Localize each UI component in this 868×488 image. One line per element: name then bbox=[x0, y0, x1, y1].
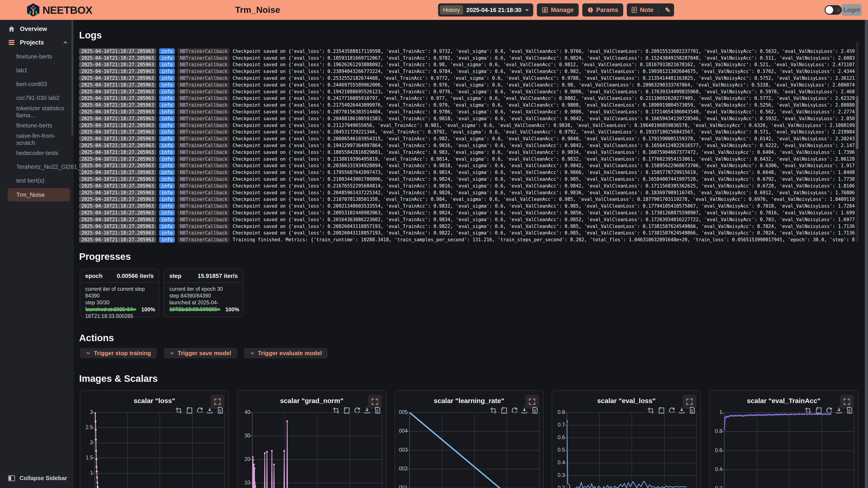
sidebar-item-overview[interactable]: Overview bbox=[0, 23, 74, 35]
log-level-badge: info bbox=[159, 210, 175, 216]
chevron-down-icon bbox=[86, 351, 91, 356]
progress-rate: 15.91857 iter/s bbox=[197, 272, 238, 280]
sidebar-project-item[interactable]: bert-conll03 bbox=[0, 77, 74, 91]
gridline bbox=[696, 412, 697, 488]
sidebar-project-item[interactable]: lab1 bbox=[0, 64, 74, 77]
log-message: Checkpoint saved on {'eval_loss': 0.2092… bbox=[232, 203, 855, 209]
trigger-save-model-button[interactable]: Trigger save model bbox=[164, 348, 237, 358]
images-scalars-heading: Images & Scalars bbox=[79, 373, 158, 384]
log-tag-badge: NBTrainerCallback bbox=[178, 176, 230, 182]
log-row: 2025-04-16T21:18:27.205963infoNBTrainerC… bbox=[79, 88, 855, 95]
log-message: Checkpoint saved on {'eval_loss': 0.2532… bbox=[232, 75, 855, 81]
chart-plot-area[interactable]: 10.80.60.40.2 bbox=[724, 412, 854, 488]
chart-plot-area[interactable]: 005004003002001 bbox=[409, 412, 539, 488]
y-axis-tick-label: 40 bbox=[237, 409, 250, 415]
sidebar-project-item[interactable]: finetune-berts bbox=[0, 119, 74, 132]
history-badge: History bbox=[440, 5, 463, 15]
log-timestamp-badge: 2025-04-16T21:18:27.205963 bbox=[79, 95, 156, 101]
log-tag-badge: NBTrainerCallback bbox=[178, 48, 230, 54]
manage-button[interactable]: Manage bbox=[537, 3, 579, 17]
log-timestamp-badge: 2025-04-16T21:18:27.205963 bbox=[79, 102, 156, 108]
log-message: Checkpoint saved on {'eval_loss': 0.1942… bbox=[232, 89, 855, 94]
log-level-badge: info bbox=[159, 75, 175, 81]
sidebar-scrollbar[interactable] bbox=[71, 20, 73, 135]
edit-note-button[interactable]: ✎ bbox=[661, 3, 674, 17]
log-scrollbar-thumb[interactable] bbox=[856, 96, 859, 149]
collapse-sidebar-button[interactable]: Collapse Sidebar bbox=[8, 475, 67, 482]
progress-name: epoch bbox=[85, 272, 103, 280]
sidebar-project-item[interactable]: finetune-berts bbox=[0, 50, 74, 64]
log-level-badge: info bbox=[159, 196, 175, 202]
log-message: Checkpoint saved on {'eval_loss': 0.2112… bbox=[232, 123, 855, 128]
log-row: 2025-04-16T21:18:27.205963infoNBTrainerC… bbox=[79, 115, 855, 122]
log-message: Checkpoint saved on {'eval_loss': 0.2016… bbox=[232, 217, 855, 222]
chart-plot-area[interactable]: 32.521.51 bbox=[95, 412, 224, 488]
log-level-badge: info bbox=[159, 102, 175, 108]
sidebar-project-item[interactable]: tokenizer statistics llama... bbox=[0, 105, 74, 119]
log-row: 2025-04-16T21:18:27.205963infoNBTrainerC… bbox=[79, 95, 855, 102]
y-axis-tick-label: 0.7 bbox=[551, 422, 565, 428]
log-message: Checkpoint saved on {'eval_loss': 0.2100… bbox=[232, 176, 855, 182]
y-axis-tick-label: 10 bbox=[237, 480, 250, 486]
log-timestamp-badge: 2025-04-16T21:18:27.205963 bbox=[79, 230, 156, 236]
params-button[interactable]: Params bbox=[582, 3, 623, 17]
history-dropdown[interactable]: History 2025-04-16 21:18:30 bbox=[438, 3, 533, 17]
scalar-chart-card: scalar "loss"32.521.51 bbox=[80, 390, 229, 488]
log-tag-badge: NBTrainerCallback bbox=[178, 210, 230, 216]
log-row: 2025-04-16T21:18:27.205963infoNBTrainerC… bbox=[79, 102, 855, 108]
fullscreen-button[interactable] bbox=[525, 395, 539, 409]
y-axis-tick-label: 0.8 bbox=[551, 409, 565, 415]
y-axis-tick-label: 003 bbox=[394, 447, 408, 453]
log-level-badge: info bbox=[159, 123, 175, 128]
actions-row: Trigger stop training Trigger save model… bbox=[80, 348, 328, 358]
logs-heading: Logs bbox=[79, 30, 102, 41]
log-level-badge: info bbox=[159, 203, 175, 209]
progress-name: step bbox=[169, 272, 181, 280]
fullscreen-button[interactable] bbox=[682, 395, 696, 409]
progress-line: step 30/30 bbox=[85, 299, 154, 306]
sidebar-project-item[interactable]: hedecoder-tests bbox=[0, 146, 74, 160]
fullscreen-button[interactable] bbox=[840, 395, 854, 409]
log-tag-badge: NBTrainerCallback bbox=[178, 183, 230, 189]
fullscreen-button[interactable] bbox=[211, 395, 224, 409]
log-row: 2025-04-16T21:18:27.205963infoNBTrainerC… bbox=[79, 82, 855, 88]
theme-toggle[interactable]: ☽ bbox=[825, 5, 842, 15]
menu-icon bbox=[8, 39, 15, 45]
log-level-badge: info bbox=[159, 89, 175, 95]
sidebar-project-item[interactable]: Trm_Noise bbox=[8, 188, 70, 201]
y-axis-tick-label: 3 bbox=[79, 409, 93, 415]
chart-plot-area[interactable]: 0.80.70.60.50.40.30.2 bbox=[567, 412, 696, 488]
log-tag-badge: NBTrainerCallback bbox=[178, 169, 230, 175]
fullscreen-button[interactable] bbox=[368, 395, 382, 409]
log-row: 2025-04-16T21:18:27.205963infoNBTrainerC… bbox=[79, 122, 855, 129]
chart-plot-area[interactable]: 40302010 bbox=[252, 412, 382, 488]
log-console[interactable]: 2025-04-16T21:18:27.205963infoNBTrainerC… bbox=[79, 48, 855, 243]
sidebar-project-item[interactable]: csc791-030 lab2 bbox=[0, 91, 74, 105]
log-row: 2025-04-16T21:18:27.205963infoNBTrainerC… bbox=[79, 169, 855, 176]
log-message: Checkpoint saved on {'eval_loss': 0.2095… bbox=[232, 210, 855, 216]
page-scrollbar[interactable] bbox=[865, 20, 868, 488]
log-level-badge: info bbox=[159, 230, 175, 236]
progress-details: current iter of current step 84390 step … bbox=[80, 283, 159, 320]
y-axis-tick-label: 1.5 bbox=[79, 455, 93, 461]
log-row: 2025-04-16T21:18:27.205963infoNBTrainerC… bbox=[79, 183, 855, 189]
trigger-stop-training-button[interactable]: Trigger stop training bbox=[80, 348, 157, 358]
sidebar-project-item[interactable]: naive-llm-from-scratch bbox=[0, 132, 74, 146]
chevron-up-icon[interactable] bbox=[63, 40, 68, 45]
sidebar-section-projects[interactable]: Projects bbox=[0, 36, 74, 49]
note-button[interactable]: Note bbox=[627, 3, 658, 17]
progress-bar bbox=[169, 308, 220, 311]
log-row: 2025-04-16T21:18:27.205963infoNBTrainerC… bbox=[79, 236, 855, 243]
y-axis-tick-label: 0.4 bbox=[551, 459, 565, 466]
log-message: Checkpoint saved on {'eval_loss': 0.2389… bbox=[232, 69, 855, 74]
trigger-evaluate-model-button[interactable]: Trigger evaluate model bbox=[244, 348, 328, 358]
progresses-heading: Progresses bbox=[79, 251, 131, 262]
log-level-badge: info bbox=[159, 176, 175, 182]
sidebar-project-item[interactable]: test bert(s) bbox=[0, 174, 74, 188]
progress-card-epoch: epoch 0.00566 iter/s current iter of cur… bbox=[80, 269, 159, 317]
pencil-icon: ✎ bbox=[665, 6, 671, 14]
y-axis-tick-label: 2.5 bbox=[79, 424, 93, 430]
login-button[interactable]: Login bbox=[842, 4, 862, 16]
sidebar-project-item[interactable]: Terahertz_No22_Gl261_gl... bbox=[0, 160, 74, 174]
log-level-badge: info bbox=[159, 109, 175, 115]
